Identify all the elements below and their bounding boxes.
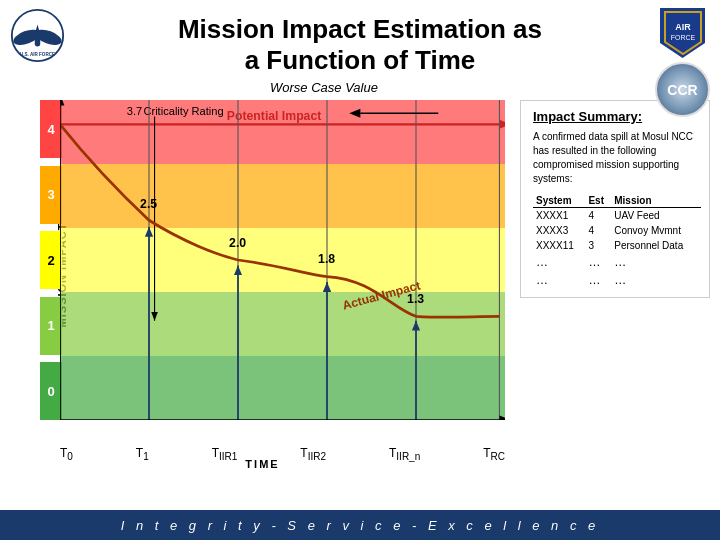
af-logo: U.S. AIR FORCE xyxy=(10,8,70,68)
svg-text:2.0: 2.0 xyxy=(229,236,246,250)
table-row: ……… xyxy=(533,271,701,289)
col-est: Est xyxy=(585,194,611,208)
x-axis: T0 T1 TIIR1 TIIR2 TIIR_n TRC xyxy=(60,446,505,462)
cell-mission-2: Personnel Data xyxy=(611,238,701,253)
cell-est-2: 3 xyxy=(585,238,611,253)
ccr-logo: CCR xyxy=(655,62,710,117)
cell-est-0: 4 xyxy=(585,208,611,224)
page-container: U.S. AIR FORCE Mission Impact Estimation… xyxy=(0,0,720,470)
x-tick-tiirn: TIIR_n xyxy=(389,446,420,462)
y-axis-ticks: 4 3 2 1 0 xyxy=(40,100,62,420)
x-tick-t0: T0 xyxy=(60,446,73,462)
svg-text:AIR: AIR xyxy=(675,22,691,32)
y-tick-2: 2 xyxy=(40,231,62,289)
shield-logo: AIR FORCE xyxy=(660,8,705,58)
svg-text:Criticality Rating: Criticality Rating xyxy=(143,105,223,117)
svg-text:3.7: 3.7 xyxy=(127,105,142,117)
impact-summary-text: A confirmed data spill at Mosul NCC has … xyxy=(533,130,701,186)
impact-table: System Est Mission XXXX14UAV FeedXXXX34C… xyxy=(533,194,701,289)
col-system: System xyxy=(533,194,585,208)
cell-system-1: XXXX3 xyxy=(533,223,585,238)
cell-system-2: XXXX11 xyxy=(533,238,585,253)
svg-marker-37 xyxy=(60,100,64,106)
chart-area: Worse Case Value MISSION IMPACT 4 3 2 1 … xyxy=(10,80,515,470)
x-tick-trc: TRC xyxy=(483,446,505,462)
x-tick-tiir1: TIIR1 xyxy=(212,446,238,462)
page-title: Mission Impact Estimation as a Function … xyxy=(178,14,542,76)
x-tick-t1: T1 xyxy=(136,446,149,462)
cell-system-4: … xyxy=(533,271,585,289)
y-tick-4: 4 xyxy=(40,100,62,158)
table-row: ……… xyxy=(533,253,701,271)
right-logos: AIR FORCE CCR xyxy=(655,8,710,117)
cell-mission-3: … xyxy=(611,253,701,271)
svg-text:1.8: 1.8 xyxy=(318,252,335,266)
svg-text:FORCE: FORCE xyxy=(670,34,695,41)
footer: I n t e g r i t y - S e r v i c e - E x … xyxy=(0,510,720,540)
y-tick-3: 3 xyxy=(40,166,62,224)
col-mission: Mission xyxy=(611,194,701,208)
svg-text:Potential Impact: Potential Impact xyxy=(227,109,321,123)
table-row: XXXX34Convoy Mvmnt xyxy=(533,223,701,238)
y-tick-1: 1 xyxy=(40,297,62,355)
cell-system-3: … xyxy=(533,253,585,271)
svg-marker-6 xyxy=(665,12,701,54)
chart-svg: Potential Impact 3.7 Criticality Rating xyxy=(60,100,505,420)
x-tick-tiir2: TIIR2 xyxy=(300,446,326,462)
cell-mission-1: Convoy Mvmnt xyxy=(611,223,701,238)
cell-est-1: 4 xyxy=(585,223,611,238)
main-content: Worse Case Value MISSION IMPACT 4 3 2 1 … xyxy=(0,80,720,470)
header: U.S. AIR FORCE Mission Impact Estimation… xyxy=(0,0,720,80)
svg-text:2.5: 2.5 xyxy=(140,197,157,211)
svg-marker-10 xyxy=(499,120,505,129)
table-row: XXXX113Personnel Data xyxy=(533,238,701,253)
footer-text: I n t e g r i t y - S e r v i c e - E x … xyxy=(121,518,600,533)
svg-marker-35 xyxy=(499,416,505,420)
cell-mission-4: … xyxy=(611,271,701,289)
cell-est-3: … xyxy=(585,253,611,271)
y-tick-0: 0 xyxy=(40,362,62,420)
cell-mission-0: UAV Feed xyxy=(611,208,701,224)
x-axis-label: TIME xyxy=(245,458,279,470)
cell-est-4: … xyxy=(585,271,611,289)
cell-system-0: XXXX1 xyxy=(533,208,585,224)
svg-text:1.3: 1.3 xyxy=(407,292,424,306)
svg-marker-31 xyxy=(349,109,360,118)
table-row: XXXX14UAV Feed xyxy=(533,208,701,224)
worse-case-label: Worse Case Value xyxy=(270,80,378,95)
svg-rect-4 xyxy=(35,34,41,47)
sidebar-panel: Impact Summary: A confirmed data spill a… xyxy=(520,100,710,298)
svg-text:U.S. AIR FORCE: U.S. AIR FORCE xyxy=(20,52,55,57)
